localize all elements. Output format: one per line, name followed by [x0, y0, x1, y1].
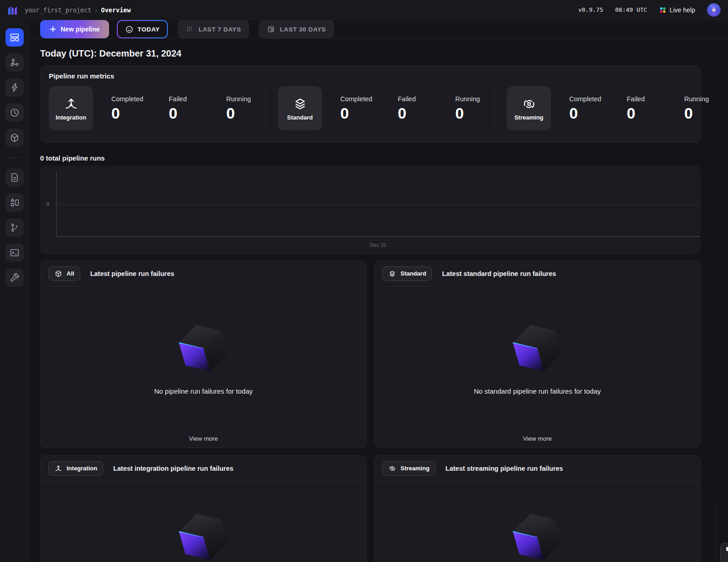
- metric-group-standard: Standard Completed 0 Failed 0 Running: [265, 86, 494, 130]
- latest-integration-failures-card: Integration Latest integration pipeline …: [40, 455, 367, 562]
- breadcrumb-project[interactable]: your_first_project: [25, 6, 91, 14]
- streaming-filter-pill[interactable]: Streaming: [382, 461, 436, 476]
- card-title: Latest streaming pipeline run failures: [446, 465, 563, 472]
- standard-tile[interactable]: Standard: [278, 86, 322, 130]
- sidebar-item-pipelines[interactable]: [5, 53, 24, 72]
- shapes-icon: [9, 197, 20, 208]
- sidebar-item-terminal[interactable]: [5, 244, 24, 262]
- sidebar-item-overview[interactable]: [5, 28, 24, 47]
- integration-icon: [54, 464, 62, 473]
- smiley-icon: [125, 25, 134, 34]
- stat-integration-failed: Failed 0: [169, 95, 208, 122]
- zero-gridline: [57, 204, 700, 205]
- sidebar-item-triggers[interactable]: [5, 78, 24, 97]
- x-axis-tick-dec31: Dec 31: [57, 242, 700, 248]
- last-7-days-button[interactable]: LAST 7 DAYS: [177, 20, 249, 38]
- metric-group-integration: Integration Completed 0 Failed 0 Running: [49, 86, 265, 130]
- right-edge-divider: [715, 505, 716, 562]
- floating-scroll-widget[interactable]: [720, 543, 728, 562]
- stat-streaming-completed: Completed 0: [569, 95, 608, 122]
- sidebar-item-pipeline-runs[interactable]: [5, 104, 24, 122]
- cube-icon: [54, 270, 62, 278]
- clock-utc-label: 08:49 UTC: [615, 6, 647, 13]
- integration-icon: [63, 96, 79, 112]
- user-avatar[interactable]: [707, 3, 721, 17]
- sidebar-item-global-data-products[interactable]: [5, 129, 24, 147]
- stat-standard-running: Running 0: [455, 95, 494, 122]
- y-axis-tick-0: 0: [47, 201, 49, 207]
- left-sidebar: [0, 20, 29, 562]
- metrics-card-title: Pipeline run metrics: [49, 72, 692, 80]
- pipeline-tree-icon: [9, 57, 20, 68]
- pipeline-run-metrics-card: Pipeline run metrics: [40, 65, 701, 143]
- stat-streaming-running: Running 0: [684, 95, 723, 122]
- metric-group-streaming: Streaming Completed 0 Failed 0 Running: [494, 86, 723, 130]
- standard-filter-pill[interactable]: Standard: [382, 266, 432, 281]
- empty-state-cube-illustration: [170, 314, 237, 383]
- slack-icon: [659, 6, 666, 14]
- file-icon: [9, 172, 20, 183]
- x-axis-line: [57, 236, 700, 237]
- sidebar-item-settings[interactable]: [5, 269, 24, 287]
- latest-pipeline-failures-card: All Latest pipeline run failures: [40, 260, 367, 448]
- view-more-button[interactable]: View more: [374, 429, 700, 448]
- clock-icon: [9, 107, 20, 118]
- pipeline-runs-chart: 0 Dec 31: [40, 166, 701, 254]
- layers-icon: [292, 96, 308, 112]
- sidebar-item-templates[interactable]: [5, 193, 24, 212]
- chart-title: 0 total pipeline runs: [40, 154, 728, 162]
- breadcrumb-separator: ›: [95, 7, 97, 14]
- streaming-icon: [521, 96, 537, 112]
- stat-integration-running: Running 0: [226, 95, 265, 122]
- card-title: Latest standard pipeline run failures: [442, 270, 556, 277]
- streaming-tile[interactable]: Streaming: [507, 86, 551, 130]
- empty-state-cube-illustration: [170, 503, 237, 562]
- calendar-icon: [267, 25, 275, 33]
- version-label: v0.9.75: [578, 6, 603, 13]
- stat-streaming-failed: Failed 0: [627, 95, 666, 122]
- all-filter-pill[interactable]: All: [48, 266, 80, 281]
- integration-tile-label: Integration: [56, 114, 86, 121]
- integration-tile[interactable]: Integration: [49, 86, 93, 130]
- breadcrumb-page-overview[interactable]: Overview: [101, 6, 131, 14]
- terminal-icon: [9, 247, 20, 258]
- dots-grid-icon: [186, 25, 194, 33]
- card-title: Latest integration pipeline run failures: [113, 465, 233, 472]
- live-help-label: Live help: [670, 6, 695, 14]
- view-more-button[interactable]: View more: [41, 429, 366, 448]
- today-button[interactable]: TODAY: [117, 20, 168, 38]
- sidebar-divider: [7, 157, 22, 158]
- cube-icon: [9, 132, 20, 143]
- page-title: Today (UTC): December 31, 2024: [40, 47, 728, 60]
- empty-state-message: No pipeline run failures for today: [154, 387, 253, 395]
- layers-icon: [388, 270, 396, 278]
- latest-standard-failures-card: Standard Latest standard pipeline run fa…: [374, 260, 701, 448]
- wrench-icon: [9, 272, 20, 283]
- sidebar-item-files[interactable]: [5, 168, 24, 187]
- card-title: Latest pipeline run failures: [90, 270, 175, 277]
- last-30-days-button[interactable]: LAST 30 DAYS: [259, 20, 334, 38]
- scroll-widget-glyph: [726, 547, 728, 551]
- live-help-link[interactable]: Live help: [659, 6, 695, 14]
- empty-state-message: No standard pipeline run failures for to…: [474, 387, 601, 395]
- plus-icon: [49, 26, 57, 33]
- top-bar: your_first_project › Overview v0.9.75 08…: [0, 0, 728, 20]
- stat-integration-completed: Completed 0: [111, 95, 151, 122]
- standard-tile-label: Standard: [287, 114, 312, 121]
- git-branch-icon: [9, 222, 20, 233]
- streaming-icon: [388, 464, 396, 473]
- y-axis-line: [56, 171, 57, 236]
- sidebar-item-version-control[interactable]: [5, 219, 24, 237]
- lightning-icon: [9, 82, 20, 93]
- streaming-tile-label: Streaming: [515, 114, 544, 121]
- empty-state-cube-illustration: [504, 314, 571, 383]
- integration-filter-pill[interactable]: Integration: [48, 461, 103, 476]
- stat-standard-failed: Failed 0: [398, 95, 437, 122]
- latest-streaming-failures-card: Streaming Latest streaming pipeline run …: [374, 455, 701, 562]
- dashboard-icon: [9, 32, 20, 43]
- date-range-toolbar: New pipeline TODAY: [29, 20, 728, 39]
- stat-standard-completed: Completed 0: [340, 95, 380, 122]
- mage-logo-icon[interactable]: [7, 5, 18, 16]
- empty-state-cube-illustration: [504, 503, 571, 562]
- new-pipeline-button[interactable]: New pipeline: [40, 20, 109, 38]
